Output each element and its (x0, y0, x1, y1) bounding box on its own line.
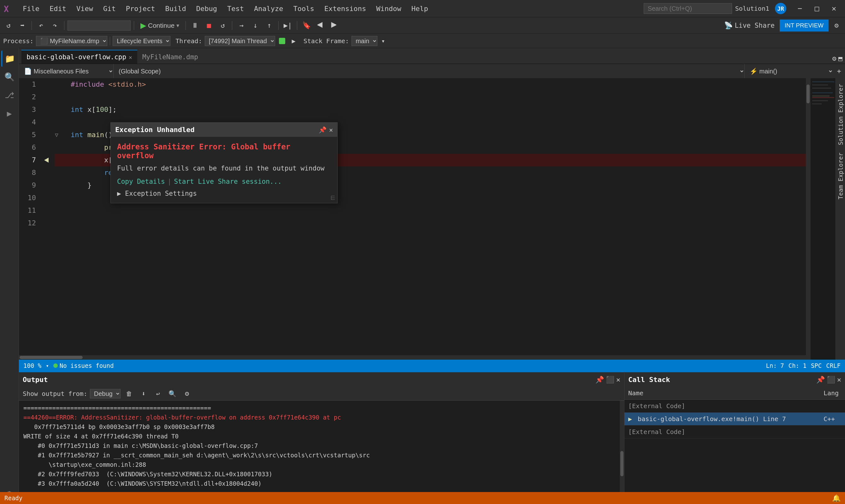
table-row[interactable]: [External Code] (624, 400, 845, 413)
copy-details-link[interactable]: Copy Details (117, 178, 165, 185)
menu-extensions[interactable]: Extensions (320, 3, 370, 14)
menu-debug[interactable]: Debug (192, 3, 222, 14)
stop-btn[interactable]: ■ (203, 20, 215, 32)
zoom-dropdown[interactable]: ▾ (46, 363, 49, 369)
tab-split-icon[interactable]: ⬒ (839, 55, 843, 62)
popup-settings[interactable]: ▶ Exception Settings (117, 190, 331, 197)
popup-pin-icon[interactable]: 📌 (319, 126, 327, 134)
callstack-close-icon[interactable]: ✕ (837, 376, 841, 383)
tab-cpp[interactable]: basic-global-overflow.cpp ✕ (21, 50, 137, 64)
cs-name-2: [External Code] (624, 426, 820, 438)
thread-dropdown[interactable]: [74992] Main Thread (205, 36, 275, 46)
output-source-dropdown[interactable]: Debug (90, 389, 121, 398)
toolbar-input[interactable] (68, 20, 131, 31)
bookmark-nav-btn[interactable]: ⯇ (314, 20, 326, 32)
activity-debug[interactable]: ▶ (1, 105, 18, 122)
activity-search[interactable]: 🔍 (1, 69, 18, 85)
start-live-share-link[interactable]: Start Live Share session... (174, 178, 281, 185)
editor-main[interactable]: 1 2 3 4 5 6 7 8 9 10 11 12 (19, 78, 810, 360)
bookmark-btn[interactable]: 🔖 (300, 20, 312, 32)
solution-explorer-tab[interactable]: Solution Explorer (835, 81, 845, 148)
toolbar-forward-btn[interactable]: ➡ (16, 20, 29, 32)
scope-dropdown3[interactable]: ⚡ main() (745, 64, 833, 78)
output-scroll-thumb[interactable] (620, 451, 623, 476)
menu-edit[interactable]: Edit (45, 3, 71, 14)
editor-h-scrollbar[interactable] (19, 355, 806, 360)
scope-dropdown1[interactable]: 📄 Miscellaneous Files (19, 64, 114, 78)
process-dropdown[interactable]: ⬛ MyFileName.dmp (36, 36, 107, 46)
toolbar-back-btn[interactable]: ↺ (2, 20, 15, 32)
search-input[interactable] (644, 3, 732, 14)
table-row[interactable]: ▶ basic-global-overflow.exe!main() Line … (624, 413, 845, 426)
output-close-icon[interactable]: ✕ (616, 376, 620, 383)
output-clear-btn[interactable]: 🗑 (123, 388, 135, 400)
menu-view[interactable]: View (72, 3, 98, 14)
output-settings-btn[interactable]: ⚙ (181, 388, 193, 400)
output-wrap-btn[interactable]: ↩ (152, 388, 164, 400)
solution-name-area: Solution1 (733, 5, 771, 12)
popup-links: Copy Details | Start Live Share session.… (117, 178, 331, 185)
user-avatar[interactable]: JR (775, 3, 786, 14)
step-over-btn[interactable]: → (236, 20, 247, 32)
step-out-btn[interactable]: ↑ (263, 20, 275, 32)
editor-and-sidebar: 📁 🔍 ⎇ ▶ ⚙ basic-global-overflow.cpp ✕ My… (0, 48, 845, 504)
toolbar-undo-btn[interactable]: ↶ (35, 20, 47, 32)
menu-help[interactable]: Help (407, 3, 433, 14)
notification-icon[interactable]: 🔔 (832, 494, 841, 502)
arrow-5 (41, 129, 52, 141)
run-to-cursor-btn[interactable]: ▶| (282, 20, 294, 32)
menu-git[interactable]: Git (99, 3, 120, 14)
popup-resize-handle[interactable]: ⋿ (330, 195, 335, 201)
thread-nav-btn[interactable]: ▶ (289, 36, 298, 46)
stack-frame-dropdown[interactable]: main (351, 36, 377, 46)
callstack-split-icon[interactable]: ⬛ (827, 376, 835, 383)
close-button[interactable]: ✕ (825, 0, 843, 17)
menu-window[interactable]: Window (372, 3, 406, 14)
code-line-3: int x[ 100 ]; (55, 103, 810, 116)
output-split-icon[interactable]: ⬛ (606, 376, 614, 383)
solution-name: Solution1 (735, 5, 769, 12)
minimap (810, 78, 835, 360)
menu-project[interactable]: Project (121, 3, 160, 14)
more-options-btn[interactable]: ⚙ (830, 20, 843, 32)
scope-add-btn[interactable]: + (833, 65, 845, 77)
pause-btn[interactable]: ⏸ (189, 20, 201, 32)
output-pin-icon[interactable]: 📌 (596, 376, 604, 383)
team-explorer-tab[interactable]: Team Explorer (835, 149, 845, 203)
activity-explorer[interactable]: 📁 (1, 50, 18, 67)
scope-dropdown2[interactable]: (Global Scope) (114, 64, 745, 78)
output-filter-btn[interactable]: 🔍 (167, 388, 178, 400)
continue-button[interactable]: ▶ Continue ▾ (137, 20, 183, 31)
editor-scroll-thumb[interactable] (807, 85, 810, 103)
fold-icon-5[interactable]: ▽ (55, 129, 61, 141)
menu-analyze[interactable]: Analyze (249, 3, 288, 14)
menu-build[interactable]: Build (161, 3, 190, 14)
live-share-button[interactable]: 📡 Live Share (721, 20, 777, 31)
step-into-btn[interactable]: ↓ (249, 20, 261, 32)
activity-git[interactable]: ⎇ (1, 87, 18, 103)
tab-settings-icon[interactable]: ⚙ (832, 55, 837, 62)
int-preview-button[interactable]: INT PREVIEW (780, 20, 829, 32)
popup-close-icon[interactable]: ✕ (329, 126, 333, 134)
menu-file[interactable]: File (18, 3, 44, 14)
process-label: Process: (3, 37, 33, 45)
maximize-button[interactable]: □ (808, 0, 825, 17)
menu-test[interactable]: Test (223, 3, 248, 14)
status-line: Ln: 7 (766, 362, 784, 369)
toolbar-redo-btn[interactable]: ↷ (49, 20, 61, 32)
callstack-pin-icon[interactable]: 📌 (816, 376, 825, 383)
menu-tools[interactable]: Tools (289, 3, 319, 14)
lifecycle-dropdown[interactable]: Lifecycle Events (113, 36, 170, 46)
output-panel: Output 📌 ⬛ ✕ Show output from: Debug 🗑 (19, 372, 624, 504)
tab-cpp-close[interactable]: ✕ (129, 54, 132, 60)
table-row[interactable]: [External Code] (624, 426, 845, 438)
output-scroll-btn[interactable]: ⬇ (138, 388, 150, 400)
editor-h-scroll-thumb[interactable] (20, 356, 83, 359)
tab-dmp[interactable]: MyFileName.dmp (137, 50, 203, 64)
output-scrollbar[interactable] (620, 401, 624, 500)
restart-btn[interactable]: ↺ (217, 20, 229, 32)
zoom-level[interactable]: 100 % (23, 362, 41, 369)
minimize-button[interactable]: − (791, 0, 808, 17)
bookmark-nav2-btn[interactable]: ⯈ (328, 20, 340, 32)
editor-scrollbar[interactable] (806, 78, 810, 360)
